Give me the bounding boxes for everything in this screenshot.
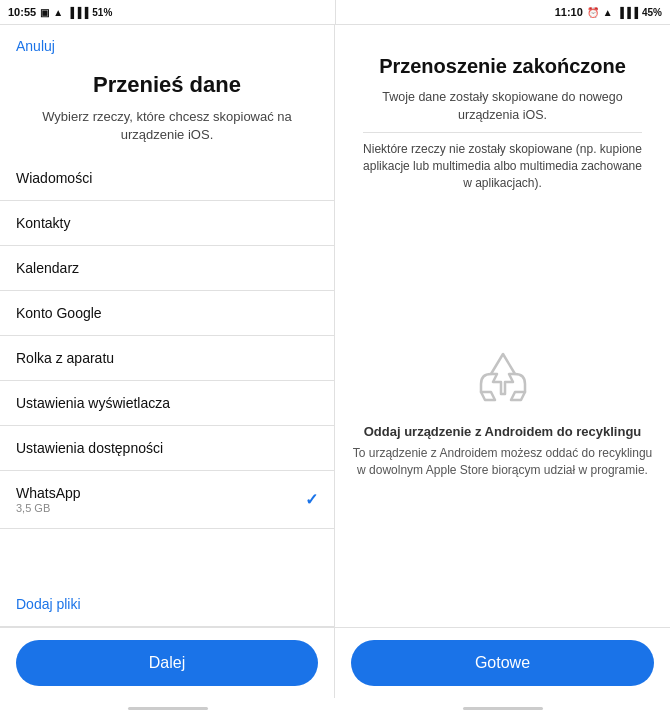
list-item-rolka-z-aparatu[interactable]: Rolka z aparatu — [0, 336, 334, 381]
recycle-description: To urządzenie z Androidem możesz oddać d… — [351, 445, 654, 479]
list-item-title-ustawienia-wyswietlacza: Ustawienia wyświetlacza — [16, 395, 170, 411]
list-item-title-kontakty: Kontakty — [16, 215, 70, 231]
right-header: Przenoszenie zakończone Twoje dane zosta… — [335, 25, 670, 199]
nav-indicator-left — [128, 707, 208, 710]
right-note: Niektóre rzeczy nie zostały skopiowane (… — [363, 132, 642, 191]
signal-icon-left: ▐▐▐ — [67, 7, 88, 18]
add-files-button[interactable]: Dodaj pliki — [0, 582, 334, 627]
nav-bar-left — [0, 698, 335, 718]
left-panel: Anuluj Przenieś dane Wybierz rzeczy, któ… — [0, 25, 335, 698]
recycle-section: Oddaj urządzenie z Androidem do recyklin… — [335, 199, 670, 627]
list-item-title-rolka-z-aparatu: Rolka z aparatu — [16, 350, 114, 366]
list-item-kontakty[interactable]: Kontakty — [0, 201, 334, 246]
list-item-ustawienia-dostepnosci[interactable]: Ustawienia dostępności — [0, 426, 334, 471]
time-left: 10:55 — [8, 6, 36, 18]
list-item-title-wiadomosci: Wiadomości — [16, 170, 92, 186]
items-list: WiadomościKontaktyKalendarzKonto GoogleR… — [0, 156, 334, 582]
right-title: Przenoszenie zakończone — [363, 53, 642, 79]
list-item-wiadomosci[interactable]: Wiadomości — [0, 156, 334, 201]
list-item-subtitle-whatsapp: 3,5 GB — [16, 502, 81, 514]
status-bar-left: 10:55 ▣ ▲ ▐▐▐ 51% — [0, 0, 335, 24]
bottom-nav — [0, 698, 670, 718]
battery-left: 51% — [92, 7, 112, 18]
list-item-title-ustawienia-dostepnosci: Ustawienia dostępności — [16, 440, 163, 456]
battery-right: 45% — [642, 7, 662, 18]
left-title: Przenieś dane — [20, 71, 314, 100]
list-item-title-kalendarz: Kalendarz — [16, 260, 79, 276]
left-bottom: Dalej — [0, 627, 334, 698]
nav-bar-right — [335, 698, 670, 718]
cancel-button[interactable]: Anuluj — [16, 38, 55, 54]
list-item-title-konto-google: Konto Google — [16, 305, 102, 321]
wifi-icon-left: ▲ — [53, 7, 63, 18]
signal-icon-right: ▐▐▐ — [617, 7, 638, 18]
nav-indicator-right — [463, 707, 543, 710]
main-content: Anuluj Przenieś dane Wybierz rzeczy, któ… — [0, 24, 670, 698]
status-bars: 10:55 ▣ ▲ ▐▐▐ 51% 11:10 ⏰ ▲ ▐▐▐ 45% — [0, 0, 670, 24]
list-item-title-whatsapp: WhatsApp — [16, 485, 81, 501]
notification-icon-left: ▣ — [40, 7, 49, 18]
wifi-icon-right: ▲ — [603, 7, 613, 18]
left-header: Anuluj — [0, 25, 334, 59]
right-subtitle: Twoje dane zostały skopiowane do nowego … — [363, 89, 642, 124]
left-subtitle: Wybierz rzeczy, które chcesz skopiować n… — [20, 108, 314, 144]
right-bottom: Gotowe — [335, 627, 670, 698]
list-item-ustawienia-wyswietlacza[interactable]: Ustawienia wyświetlacza — [0, 381, 334, 426]
list-item-konto-google[interactable]: Konto Google — [0, 291, 334, 336]
recycle-title: Oddaj urządzenie z Androidem do recyklin… — [364, 424, 642, 439]
list-item-whatsapp[interactable]: WhatsApp3,5 GB✓ — [0, 471, 334, 529]
recycle-icon — [471, 348, 535, 412]
time-right: 11:10 — [555, 6, 583, 18]
right-panel: Przenoszenie zakończone Twoje dane zosta… — [335, 25, 670, 698]
next-button[interactable]: Dalej — [16, 640, 318, 686]
status-bar-right: 11:10 ⏰ ▲ ▐▐▐ 45% — [335, 0, 670, 24]
list-item-kalendarz[interactable]: Kalendarz — [0, 246, 334, 291]
done-button[interactable]: Gotowe — [351, 640, 654, 686]
alarm-icon-right: ⏰ — [587, 7, 599, 18]
checkmark-whatsapp: ✓ — [305, 490, 318, 509]
